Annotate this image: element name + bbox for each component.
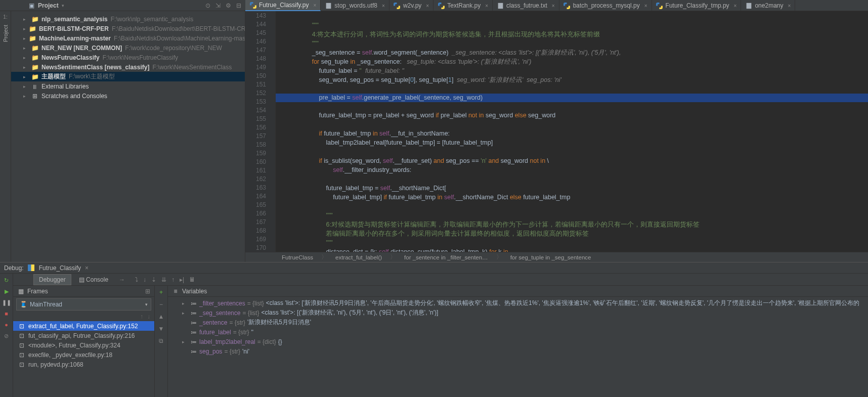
project-dropdown-icon[interactable]: ▾	[62, 3, 64, 8]
step-into-my-icon[interactable]: ⇣	[151, 276, 156, 283]
code-line[interactable]	[291, 203, 292, 210]
code-line[interactable]: """	[291, 40, 319, 47]
breadcrumb-item[interactable]: FutrueClass	[282, 254, 313, 260]
gutter[interactable]: 1431441451461471481491501511521531541551…	[245, 11, 276, 252]
hide-icon[interactable]: ⊟	[236, 2, 241, 9]
close-icon[interactable]: ×	[382, 3, 385, 9]
close-icon[interactable]: ×	[485, 3, 488, 9]
run-to-cursor-icon[interactable]: ▸|	[180, 276, 184, 283]
breadcrumb[interactable]: FutrueClass〉extract_fut_label()〉for _sen…	[245, 252, 868, 262]
tab-w2v-py[interactable]: w2v.py×	[389, 0, 433, 11]
code-line[interactable]: future_label_tmp = self.__shortName_Dict…	[291, 185, 446, 192]
pause-icon[interactable]: ❚❚	[3, 299, 10, 306]
breadcrumb-item[interactable]: extract_fut_label()	[335, 254, 382, 260]
chevron-right-icon[interactable]: ▸	[23, 26, 26, 31]
variable-row[interactable]: ▸≔label_tmp2label_real = {dict} {}	[168, 337, 868, 346]
variable-row[interactable]: ▸≔_seg_sentence = {list} <class 'list'>:…	[168, 308, 868, 318]
tab-textrank-py[interactable]: TextRank.py×	[433, 0, 493, 11]
up-icon[interactable]: ▲	[158, 313, 164, 320]
close-icon[interactable]: ×	[426, 3, 429, 9]
code-line[interactable]: future_label_tmp = pre_label + seg_word …	[291, 112, 555, 119]
code-line[interactable]: label_tmp2label_real[future_label_tmp] =…	[291, 139, 493, 146]
chevron-right-icon[interactable]: ▸	[23, 36, 26, 41]
step-out-icon[interactable]: ↑	[171, 276, 175, 283]
tab-batch-process-mysql-py[interactable]: batch_process_mysql.py×	[559, 0, 652, 11]
tree-item[interactable]: ▸📁BERT-BiLSTM-CRF-PER F:\BaiduNetdiskDow…	[11, 24, 245, 33]
tab-futrue-classify-py[interactable]: Futrue_Classify.py×	[245, 0, 321, 11]
step-into-icon[interactable]: ↓	[143, 276, 146, 283]
code-line[interactable]: self.__filter_industry_words:	[291, 166, 411, 173]
frame-row[interactable]: ⊡run, pydevd.py:1068	[13, 360, 154, 369]
chevron-right-icon[interactable]: ▸	[23, 65, 28, 70]
tree-item[interactable]: ▸📁主题模型 F:\work\主题模型	[11, 72, 245, 81]
tree-item[interactable]: ▸⫼External Libraries	[11, 81, 245, 91]
close-icon[interactable]: ×	[788, 3, 791, 9]
tab-debugger[interactable]: Debugger	[33, 274, 71, 285]
chevron-right-icon[interactable]: ▸	[23, 74, 28, 79]
close-icon[interactable]: ×	[552, 3, 555, 9]
chevron-right-icon[interactable]: ▸	[182, 339, 188, 344]
tree-item[interactable]: ▸📁NER_NEW [NER_COMMON] F:\work\code_repo…	[11, 43, 245, 53]
code-line[interactable]: 6:对候选期货与期货标签计算编辑距离，并取编辑距离最小的作为下一步计算，若编辑距…	[291, 221, 700, 228]
chevron-right-icon[interactable]: ▸	[23, 17, 28, 22]
variable-row[interactable]: ≔_sentence = {str} '新浪财经讯5月9日消息'	[168, 318, 868, 327]
force-step-icon[interactable]: ⇊	[161, 276, 166, 283]
remove-watch-icon[interactable]: −	[159, 301, 163, 308]
close-icon[interactable]: ×	[85, 264, 89, 272]
chevron-right-icon[interactable]: ▸	[182, 311, 188, 316]
code-line[interactable]	[291, 148, 292, 155]
code-line[interactable]: if is_sublist(seg_word, self.__future_se…	[291, 157, 549, 164]
code-line[interactable]: 4:将文本进行分词，将词性为名词的词作为期货标签候选集，并且根据出现的地名将其补…	[291, 31, 600, 38]
code-line[interactable]: distance_dict = {k: self.distance_cum(fu…	[291, 248, 508, 252]
mute-breakpoints-icon[interactable]: ⊘	[3, 332, 10, 339]
view-breakpoints-icon[interactable]: ●	[3, 321, 10, 328]
breadcrumb-item[interactable]: for seg_tuple in _seg_sentence	[510, 254, 591, 260]
tab-more-icon[interactable]: →	[116, 276, 128, 283]
chevron-right-icon[interactable]: ▸	[23, 55, 28, 60]
chevron-right-icon[interactable]: ▸	[23, 94, 28, 99]
stop-icon[interactable]: ■	[3, 310, 10, 317]
tab-console[interactable]: ▤ Console	[73, 274, 114, 285]
prev-frame-icon[interactable]: ↑	[140, 313, 143, 320]
resume-icon[interactable]: ▶	[3, 288, 10, 295]
duplicate-icon[interactable]: ⧉	[159, 337, 163, 344]
code-line[interactable]: future_label = '' future_label: ''	[291, 67, 404, 74]
tab-future-classify-tmp-py[interactable]: Future_Classify_tmp.py×	[652, 0, 742, 11]
code-line[interactable]: seg_word, seg_pos = seg_tuple[0], seg_tu…	[291, 76, 561, 83]
next-frame-icon[interactable]: ↓	[147, 313, 150, 320]
code-line[interactable]: """	[291, 212, 333, 219]
chevron-right-icon[interactable]: ▸	[182, 301, 188, 306]
project-tool-label[interactable]: Project	[3, 25, 9, 42]
tab-stop-words-utf8[interactable]: stop_words.utf8×	[321, 0, 389, 11]
code-line[interactable]: if future_label_tmp in self.__fut_in_sho…	[291, 130, 450, 137]
project-tree[interactable]: ▸📁nlp_semantic_analysis F:\work\nlp_sema…	[11, 11, 245, 262]
code-line[interactable]: future_label_tmp] if future_label_tmp in…	[291, 194, 570, 201]
evaluate-icon[interactable]: 🖩	[189, 276, 195, 283]
code-line[interactable]: pre_label = self.generate_pre_label(_sen…	[276, 94, 868, 102]
step-over-icon[interactable]: ⤵	[135, 276, 138, 283]
tree-item[interactable]: ▸📁NewsSentimentClass [news_classify] F:\…	[11, 62, 245, 72]
tree-item[interactable]: ▸📁MachineLearning-master F:\BaiduNetdisk…	[11, 33, 245, 43]
variable-row[interactable]: ≔future_label = {str} ''	[168, 327, 868, 337]
code-line[interactable]	[291, 175, 292, 183]
tab-class-futrue-txt[interactable]: class_futrue.txt×	[493, 0, 559, 11]
frame-row[interactable]: ⊡fut_classify_api, Futrue_Classify.py:21…	[13, 331, 154, 340]
frame-row[interactable]: ⊡<module>, Futrue_Classify.py:324	[13, 340, 154, 350]
rerun-icon[interactable]: ↻	[3, 277, 10, 284]
chevron-right-icon[interactable]: ▸	[23, 84, 28, 89]
code-line[interactable]	[291, 13, 292, 20]
variable-row[interactable]: ▸≔_filter_sentences = {list} <class 'lis…	[168, 298, 868, 308]
restore-layout-icon[interactable]: ⊞	[145, 288, 150, 295]
close-icon[interactable]: ×	[313, 3, 316, 8]
tree-item[interactable]: ▸📁nlp_semantic_analysis F:\work\nlp_sema…	[11, 14, 245, 24]
add-watch-icon[interactable]: +	[159, 289, 163, 296]
locate-icon[interactable]: ⊙	[205, 2, 210, 9]
close-icon[interactable]: ×	[734, 3, 737, 9]
code-line[interactable]: """	[291, 239, 333, 246]
gear-icon[interactable]: ⚙	[226, 2, 231, 9]
tree-item[interactable]: ▸📁NewsFutrueClassify F:\work\NewsFutrueC…	[11, 53, 245, 62]
code-line[interactable]	[291, 121, 292, 128]
variable-row[interactable]: ≔seg_pos = {str} 'ni'	[168, 346, 868, 356]
code-area[interactable]: """ 4:将文本进行分词，将词性为名词的词作为期货标签候选集，并且根据出现的地…	[276, 11, 868, 252]
frame-row[interactable]: ⊡extract_fut_label, Futrue_Classify.py:1…	[13, 321, 154, 331]
